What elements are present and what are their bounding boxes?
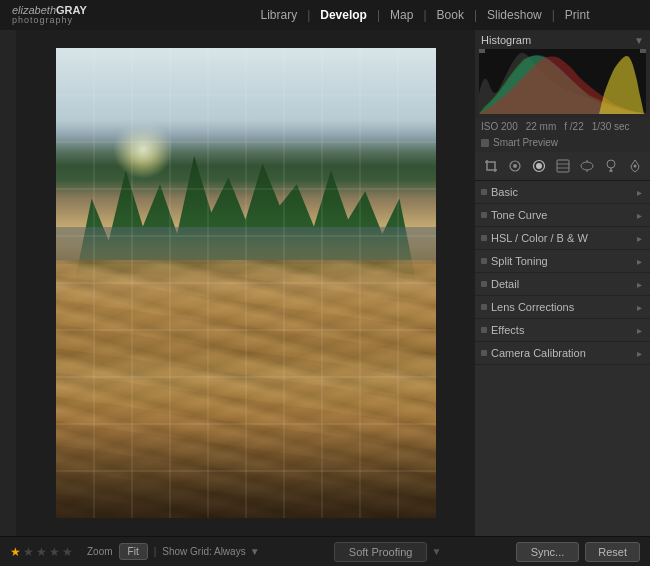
nav-links: Library | Develop | Map | Book | Slidesh…	[200, 8, 650, 22]
bottom-right-buttons: Sync... Reset	[516, 542, 640, 562]
right-panel: Histogram ▼	[475, 30, 650, 536]
panel-effects[interactable]: Effects ▸	[475, 319, 650, 342]
histogram-header: Histogram ▼	[479, 34, 646, 46]
svg-point-21	[513, 164, 517, 168]
nav-book[interactable]: Book	[429, 8, 472, 22]
svg-point-33	[633, 165, 636, 168]
star-3[interactable]: ★	[36, 545, 47, 559]
brush-icon	[604, 159, 618, 173]
smart-preview-label: Smart Preview	[493, 137, 558, 148]
top-navigation: elizabethGRAY photography Library | Deve…	[0, 0, 650, 30]
star-5[interactable]: ★	[62, 545, 73, 559]
panel-tone-curve[interactable]: Tone Curve ▸	[475, 204, 650, 227]
panel-camera-calibration[interactable]: Camera Calibration ▸	[475, 342, 650, 365]
exif-focal: 22 mm	[526, 121, 557, 132]
panel-tone-curve-arrow: ▸	[637, 210, 642, 221]
panel-camera-calibration-label: Camera Calibration	[491, 347, 586, 359]
image-area	[16, 30, 475, 536]
histogram-dropdown-icon[interactable]: ▼	[634, 35, 644, 46]
panel-lens-corrections-label: Lens Corrections	[491, 301, 574, 313]
panel-dot	[481, 189, 487, 195]
soft-proofing-area: Soft Proofing ▼	[334, 542, 442, 562]
zoom-separator: |	[154, 546, 157, 557]
photo-container	[56, 48, 436, 518]
grid-label: Show Grid: Always ▼	[162, 546, 259, 557]
logo-subtitle: photography	[12, 16, 87, 26]
panel-basic[interactable]: Basic ▸	[475, 181, 650, 204]
panel-lens-corrections-arrow: ▸	[637, 302, 642, 313]
histogram-canvas	[479, 49, 646, 114]
nav-slideshow[interactable]: Slideshow	[479, 8, 550, 22]
zoom-controls: Zoom Fit | Show Grid: Always ▼	[87, 543, 260, 560]
sky-overlay	[56, 48, 436, 166]
nav-library[interactable]: Library	[252, 8, 305, 22]
histogram-title: Histogram	[481, 34, 531, 46]
sync-button[interactable]: Sync...	[516, 542, 580, 562]
radial-filter-tool[interactable]	[576, 156, 598, 176]
exif-aperture: f /22	[564, 121, 583, 132]
panel-dot	[481, 350, 487, 356]
svg-rect-19	[640, 49, 646, 53]
crop-tool[interactable]	[480, 156, 502, 176]
photo-background	[56, 48, 436, 518]
star-1[interactable]: ★	[10, 545, 21, 559]
svg-rect-18	[479, 49, 485, 53]
nav-develop[interactable]: Develop	[312, 8, 375, 22]
panels-list: Basic ▸ Tone Curve ▸ HSL / Color / B & W	[475, 181, 650, 536]
rating-stars: ★ ★ ★ ★ ★	[10, 545, 73, 559]
logo-area: elizabethGRAY photography	[0, 4, 200, 26]
svg-rect-24	[557, 160, 569, 172]
panel-dot	[481, 212, 487, 218]
smart-preview-icon	[481, 139, 489, 147]
reset-button[interactable]: Reset	[585, 542, 640, 562]
bottom-bar: ★ ★ ★ ★ ★ Zoom Fit | Show Grid: Always ▼…	[0, 536, 650, 566]
panel-effects-arrow: ▸	[637, 325, 642, 336]
histogram-section: Histogram ▼	[475, 30, 650, 118]
panel-dot	[481, 281, 487, 287]
smart-preview-bar: Smart Preview	[475, 135, 650, 152]
panel-basic-arrow: ▸	[637, 187, 642, 198]
radial-icon	[580, 159, 594, 173]
panel-lens-corrections[interactable]: Lens Corrections ▸	[475, 296, 650, 319]
redeye-tool[interactable]	[528, 156, 550, 176]
exif-shutter: 1/30 sec	[592, 121, 630, 132]
spot-removal-tool[interactable]	[504, 156, 526, 176]
panel-dot	[481, 258, 487, 264]
exif-info: ISO 200 22 mm f /22 1/30 sec	[475, 118, 650, 135]
panel-camera-calibration-arrow: ▸	[637, 348, 642, 359]
fit-button[interactable]: Fit	[119, 543, 148, 560]
zoom-label: Zoom	[87, 546, 113, 557]
panel-split-toning-arrow: ▸	[637, 256, 642, 267]
nav-map[interactable]: Map	[382, 8, 421, 22]
soft-proofing-button[interactable]: Soft Proofing	[334, 542, 428, 562]
nav-print[interactable]: Print	[557, 8, 598, 22]
spot-icon	[508, 159, 522, 173]
svg-point-23	[536, 163, 542, 169]
picker-icon	[628, 159, 642, 173]
panel-dot	[481, 235, 487, 241]
svg-point-30	[607, 160, 615, 168]
panel-basic-label: Basic	[491, 186, 518, 198]
graduated-icon	[556, 159, 570, 173]
panel-detail[interactable]: Detail ▸	[475, 273, 650, 296]
soft-proofing-arrow[interactable]: ▼	[431, 546, 441, 557]
panel-effects-label: Effects	[491, 324, 524, 336]
grid-dropdown-icon[interactable]: ▼	[250, 546, 260, 557]
exif-iso: ISO 200	[481, 121, 518, 132]
graduated-filter-tool[interactable]	[552, 156, 574, 176]
star-2[interactable]: ★	[23, 545, 34, 559]
panel-dot	[481, 327, 487, 333]
panel-detail-label: Detail	[491, 278, 519, 290]
panel-hsl-label: HSL / Color / B & W	[491, 232, 588, 244]
tool-icons-row	[475, 152, 650, 181]
adjustment-brush-tool[interactable]	[600, 156, 622, 176]
panel-hsl-arrow: ▸	[637, 233, 642, 244]
crop-icon	[484, 159, 498, 173]
panel-split-toning[interactable]: Split Toning ▸	[475, 250, 650, 273]
color-picker-tool[interactable]	[624, 156, 646, 176]
panel-dot	[481, 304, 487, 310]
main-content: Histogram ▼	[0, 30, 650, 536]
star-4[interactable]: ★	[49, 545, 60, 559]
histogram-svg	[479, 49, 646, 114]
panel-hsl[interactable]: HSL / Color / B & W ▸	[475, 227, 650, 250]
